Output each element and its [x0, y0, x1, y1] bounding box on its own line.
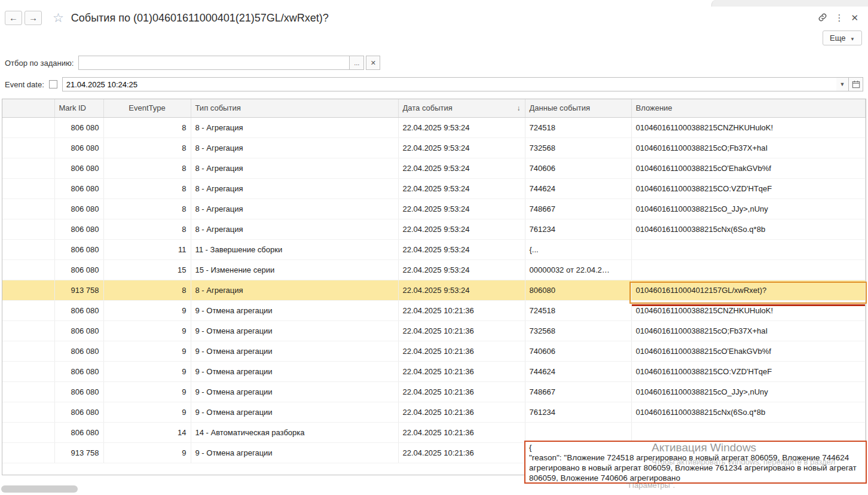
- cell-selector[interactable]: [2, 422, 54, 442]
- cell-event-data[interactable]: 724518: [525, 117, 631, 138]
- cell-mark-id[interactable]: 913 758: [54, 442, 103, 463]
- scrollbar-thumb[interactable]: [1, 485, 78, 493]
- cell-type-name[interactable]: 9 - Отмена агрегации: [191, 361, 398, 381]
- cell-type-name[interactable]: 8 - Агрегация: [191, 117, 398, 138]
- cell-mark-id[interactable]: 806 080: [54, 381, 103, 402]
- cell-mark-id[interactable]: 806 080: [54, 259, 103, 280]
- table-row[interactable]: 806 08099 - Отмена агрегации22.04.2025 1…: [2, 341, 866, 361]
- cell-type-name[interactable]: 8 - Агрегация: [191, 219, 398, 239]
- cell-event-type[interactable]: 9: [103, 300, 191, 320]
- cell-event-date[interactable]: 22.04.2025 9:53:24: [398, 198, 525, 219]
- event-date-checkbox[interactable]: [49, 80, 57, 88]
- cell-event-type[interactable]: 8: [103, 158, 191, 178]
- column-header-event-date[interactable]: Дата события ↓: [398, 99, 525, 117]
- cell-event-data[interactable]: 806080: [525, 280, 631, 300]
- cell-event-date[interactable]: 22.04.2025 9:53:24: [398, 219, 525, 239]
- cell-type-name[interactable]: 8 - Агрегация: [191, 138, 398, 158]
- cell-selector[interactable]: [2, 158, 54, 178]
- table-row[interactable]: 806 0801111 - Завершение сборки22.04.202…: [2, 239, 866, 259]
- cell-attachment[interactable]: 0104601611000388215CNZHKUHuloK!: [631, 300, 866, 320]
- cell-selector[interactable]: [2, 259, 54, 280]
- cell-type-name[interactable]: 8 - Агрегация: [191, 178, 398, 198]
- cell-type-name[interactable]: 15 - Изменение серии: [191, 259, 398, 280]
- cell-mark-id[interactable]: 806 080: [54, 117, 103, 138]
- cell-selector[interactable]: [2, 320, 54, 341]
- cell-event-date[interactable]: 22.04.2025 9:53:24: [398, 138, 525, 158]
- cell-event-date[interactable]: 22.04.2025 9:53:24: [398, 117, 525, 138]
- cell-attachment[interactable]: 0104601611000388215cO_JJy>,nUny: [631, 198, 866, 219]
- cell-event-type[interactable]: 14: [103, 422, 191, 442]
- cell-attachment[interactable]: 0104601611000388215cNx(6So.q*8b: [631, 219, 866, 239]
- calendar-icon[interactable]: [848, 78, 863, 91]
- cell-event-type[interactable]: 8: [103, 280, 191, 300]
- table-row[interactable]: 806 08099 - Отмена агрегации22.04.2025 1…: [2, 361, 866, 381]
- cell-event-data[interactable]: 00000032 от 22.04.2…: [525, 259, 631, 280]
- cell-mark-id[interactable]: 806 080: [54, 239, 103, 259]
- cell-event-data[interactable]: [525, 422, 631, 442]
- cell-event-date[interactable]: 22.04.2025 10:21:36: [398, 402, 525, 422]
- cell-type-name[interactable]: 9 - Отмена агрегации: [191, 341, 398, 361]
- cell-mark-id[interactable]: 806 080: [54, 138, 103, 158]
- cell-type-name[interactable]: 11 - Завершение сборки: [191, 239, 398, 259]
- copy-link-icon[interactable]: [818, 13, 827, 24]
- cell-selector[interactable]: [2, 381, 54, 402]
- cell-event-data[interactable]: 732568: [525, 138, 631, 158]
- cell-selector[interactable]: [2, 341, 54, 361]
- cell-event-data[interactable]: 748667: [525, 198, 631, 219]
- cell-type-name[interactable]: 8 - Агрегация: [191, 158, 398, 178]
- cell-selector[interactable]: [2, 198, 54, 219]
- cell-event-type[interactable]: 9: [103, 361, 191, 381]
- cell-event-data[interactable]: 724518: [525, 300, 631, 320]
- favorite-star-icon[interactable]: ☆: [53, 11, 64, 25]
- table-row[interactable]: 806 0801414 - Автоматическая разборка22.…: [2, 422, 866, 442]
- cell-event-date[interactable]: 22.04.2025 9:53:24: [398, 239, 525, 259]
- column-header-event-data[interactable]: Данные события: [525, 99, 631, 117]
- cell-selector[interactable]: [2, 442, 54, 463]
- event-date-dropdown-button[interactable]: ▼: [836, 78, 848, 91]
- table-row[interactable]: 806 08099 - Отмена агрегации22.04.2025 1…: [2, 402, 866, 422]
- cell-event-date[interactable]: 22.04.2025 10:21:36: [398, 442, 525, 463]
- cell-mark-id[interactable]: 806 080: [54, 402, 103, 422]
- cell-event-date[interactable]: 22.04.2025 10:21:36: [398, 422, 525, 442]
- cell-mark-id[interactable]: 806 080: [54, 422, 103, 442]
- column-header-attachment[interactable]: Вложение: [631, 99, 866, 117]
- cell-event-data[interactable]: 744624: [525, 361, 631, 381]
- column-header-event-type-name[interactable]: Тип события: [191, 99, 398, 117]
- cell-mark-id[interactable]: 806 080: [54, 219, 103, 239]
- cell-event-data[interactable]: 732568: [525, 320, 631, 341]
- cell-selector[interactable]: [2, 361, 54, 381]
- cell-event-date[interactable]: 22.04.2025 10:21:36: [398, 320, 525, 341]
- cell-type-name[interactable]: 14 - Автоматическая разборка: [191, 422, 398, 442]
- cell-event-date[interactable]: 22.04.2025 9:53:24: [398, 158, 525, 178]
- cell-selector[interactable]: [2, 402, 54, 422]
- event-date-input[interactable]: [63, 78, 836, 91]
- cell-event-type[interactable]: 8: [103, 219, 191, 239]
- cell-event-data[interactable]: 740606: [525, 158, 631, 178]
- cell-event-type[interactable]: 8: [103, 198, 191, 219]
- cell-type-name[interactable]: 9 - Отмена агрегации: [191, 442, 398, 463]
- cell-mark-id[interactable]: 806 080: [54, 300, 103, 320]
- cell-event-type[interactable]: 9: [103, 442, 191, 463]
- table-row[interactable]: 806 08099 - Отмена агрегации22.04.2025 1…: [2, 320, 866, 341]
- cell-event-date[interactable]: 22.04.2025 10:21:36: [398, 300, 525, 320]
- cell-event-data[interactable]: 748667: [525, 381, 631, 402]
- cell-selector[interactable]: [2, 219, 54, 239]
- cell-type-name[interactable]: 9 - Отмена агрегации: [191, 320, 398, 341]
- cell-selector[interactable]: [2, 280, 54, 300]
- cell-mark-id[interactable]: 806 080: [54, 361, 103, 381]
- cell-selector[interactable]: [2, 300, 54, 320]
- column-header-event-type[interactable]: EventType: [103, 99, 191, 117]
- cell-mark-id[interactable]: 806 080: [54, 320, 103, 341]
- back-button[interactable]: ←: [5, 11, 22, 25]
- cell-type-name[interactable]: 9 - Отмена агрегации: [191, 300, 398, 320]
- more-menu-icon[interactable]: ⋮: [835, 13, 843, 23]
- job-filter-input[interactable]: [79, 56, 349, 69]
- cell-event-date[interactable]: 22.04.2025 10:21:36: [398, 381, 525, 402]
- cell-mark-id[interactable]: 806 080: [54, 178, 103, 198]
- cell-attachment[interactable]: [631, 239, 866, 259]
- cell-event-type[interactable]: 8: [103, 178, 191, 198]
- cell-selector[interactable]: [2, 138, 54, 158]
- cell-mark-id[interactable]: 806 080: [54, 341, 103, 361]
- cell-event-type[interactable]: 9: [103, 341, 191, 361]
- cell-event-date[interactable]: 22.04.2025 9:53:24: [398, 259, 525, 280]
